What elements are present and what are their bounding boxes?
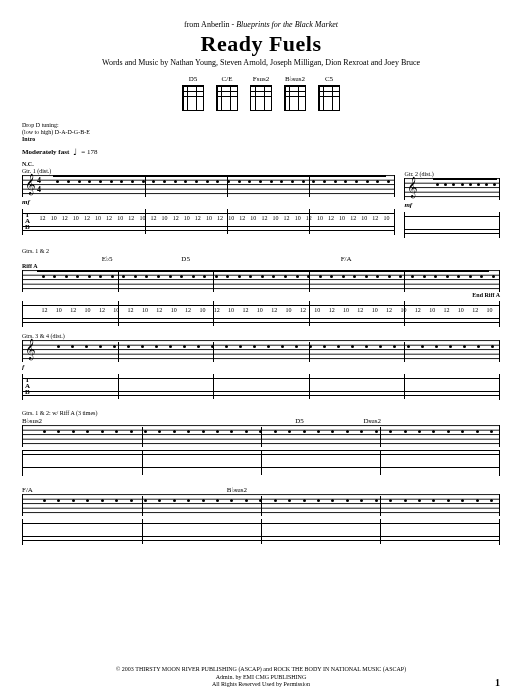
chord-fsus2: Fsus2 — [250, 75, 272, 112]
dynamics-mf: mf — [22, 198, 395, 206]
quarter-note-icon: ♩ — [73, 147, 77, 157]
tab-staff: TAB 121012101210121012101210121012101210… — [22, 209, 395, 235]
part-riffa-3x: Gtrs. 1 & 2: w/ Riff A (3 times) — [22, 410, 500, 416]
part-gtr1: N.C. — [22, 161, 395, 167]
time-signature: 44 — [37, 176, 41, 194]
section-label: Intro — [22, 136, 500, 143]
notation-staff-4 — [22, 494, 500, 516]
chord-row-3: B♭sus2D5Dsus2 — [22, 417, 500, 425]
chord-c5: C5 — [318, 75, 340, 112]
source-prefix: from Anberlin - — [184, 20, 236, 29]
copyright-line-2: Admin. by EMI CMG PUBLISHING — [22, 674, 500, 681]
notation-staff-3 — [22, 425, 500, 447]
tab-staff-gtr2 — [404, 212, 500, 238]
copyright-footer: © 2003 THIRSTY MOON RIVER PUBLISHING (AS… — [22, 666, 500, 688]
treble-clef-icon: 𝄞 — [407, 177, 418, 198]
notation-staff-gtr2: 𝄞 — [404, 178, 500, 200]
chord-bbsus2: B♭sus2 — [284, 75, 306, 112]
chord-d5: D5 — [182, 75, 204, 112]
dynamics-mf-2: mf — [404, 201, 500, 209]
source-line: from Anberlin - Blueprints for the Black… — [22, 20, 500, 29]
chord-ce: C/E — [216, 75, 238, 112]
part-gtrs12: Gtrs. 1 & 2 — [22, 248, 500, 254]
page-number: 1 — [495, 677, 500, 688]
treble-clef-icon: 𝄞 — [25, 174, 36, 195]
tuning-label: Drop D tuning: — [22, 122, 500, 129]
treble-clef-icon: 𝄞 — [25, 339, 36, 360]
riffa-label: Riff A — [22, 263, 500, 269]
song-title: Ready Fuels — [22, 31, 500, 57]
copyright-line-1: © 2003 THIRSTY MOON RIVER PUBLISHING (AS… — [22, 666, 500, 673]
tempo-label: Moderately fast — [22, 148, 69, 156]
tempo-value: = 178 — [81, 148, 97, 156]
notation-staff-2 — [22, 270, 500, 292]
chord-row-4: F/AB♭sus2 — [22, 486, 500, 494]
tab-staff-2b: TAB — [22, 374, 500, 400]
tuning-notes: (low to high) D-A-D-G-B-E — [22, 129, 500, 136]
tuning-info: Drop D tuning: (low to high) D-A-D-G-B-E… — [22, 122, 500, 144]
end-riffa: End Riff A — [22, 292, 500, 298]
system-1: N.C. Gtr. 1 (dist.) 𝄞 44 mf TAB 12101210… — [22, 161, 500, 238]
tab-staff-2: 1210121012101210121012101210121012101210… — [22, 301, 500, 327]
tempo: Moderately fast ♩ = 178 — [22, 147, 500, 157]
notation-staff-2b: 𝄞 — [22, 340, 500, 362]
part-gtrs34: Gtrs. 3 & 4 (dist.) — [22, 333, 500, 339]
copyright-line-3: All Rights Reserved Used by Permission — [22, 681, 500, 688]
system-3: Gtrs. 1 & 2: w/ Riff A (3 times) B♭sus2D… — [22, 410, 500, 476]
sheet-header: from Anberlin - Blueprints for the Black… — [22, 20, 500, 67]
notation-staff: 𝄞 44 — [22, 175, 395, 197]
part-gtr2: Gtr. 2 (dist.) — [404, 171, 500, 177]
tab-staff-4 — [22, 519, 500, 545]
album-title: Blueprints for the Black Market — [236, 20, 338, 29]
credits: Words and Music by Nathan Young, Steven … — [22, 58, 500, 67]
chord-row-2: E♭5D5F/A — [22, 255, 500, 263]
chord-diagrams: D5 C/E Fsus2 B♭sus2 C5 — [22, 75, 500, 112]
system-4: F/AB♭sus2 — [22, 486, 500, 545]
tab-staff-3 — [22, 450, 500, 476]
dynamics-f: f — [22, 363, 500, 371]
system-2: Gtrs. 1 & 2 E♭5D5F/A Riff A End Riff A 1… — [22, 248, 500, 400]
part-gtr1-name: Gtr. 1 (dist.) — [22, 168, 395, 174]
